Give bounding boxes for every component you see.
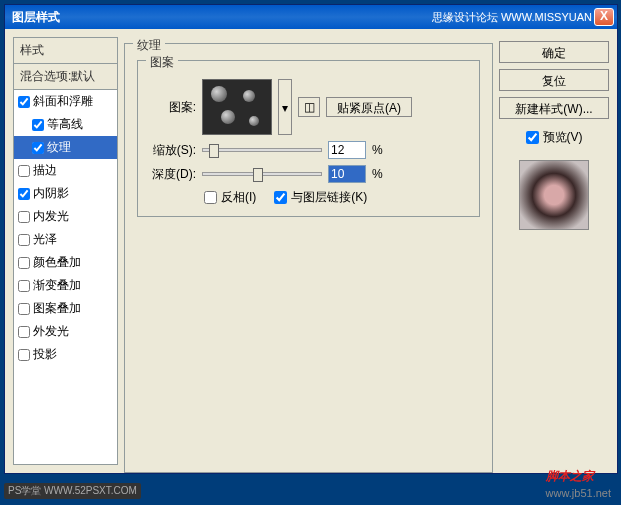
styles-header[interactable]: 样式 [14, 38, 117, 64]
pattern-label: 图案: [148, 99, 196, 116]
preview-thumbnail [519, 160, 589, 230]
invert-checkbox[interactable] [204, 191, 217, 204]
preview-checkbox[interactable] [526, 131, 539, 144]
style-label: 内阴影 [33, 185, 69, 202]
sub-title: 图案 [146, 54, 178, 71]
style-checkbox[interactable] [18, 188, 30, 200]
style-item-3[interactable]: 描边 [14, 159, 117, 182]
style-checkbox[interactable] [18, 234, 30, 246]
ok-button[interactable]: 确定 [499, 41, 609, 63]
layer-style-dialog: 图层样式 思缘设计论坛 WWW.MISSYUAN X 样式 混合选项:默认 斜面… [4, 4, 618, 474]
styles-list: 样式 混合选项:默认 斜面和浮雕等高线纹理描边内阴影内发光光泽颜色叠加渐变叠加图… [13, 37, 118, 465]
style-item-9[interactable]: 图案叠加 [14, 297, 117, 320]
style-label: 描边 [33, 162, 57, 179]
watermark: 脚本之家 www.jb51.net [546, 455, 611, 499]
style-checkbox[interactable] [18, 165, 30, 177]
style-label: 颜色叠加 [33, 254, 81, 271]
snap-origin-button[interactable]: 贴紧原点(A) [326, 97, 412, 117]
style-label: 斜面和浮雕 [33, 93, 93, 110]
link-label: 与图层链接(K) [291, 189, 367, 206]
style-checkbox[interactable] [18, 96, 30, 108]
blend-options[interactable]: 混合选项:默认 [14, 64, 117, 90]
style-item-8[interactable]: 渐变叠加 [14, 274, 117, 297]
style-item-5[interactable]: 内发光 [14, 205, 117, 228]
depth-unit: % [372, 167, 383, 181]
style-item-2[interactable]: 纹理 [14, 136, 117, 159]
style-item-10[interactable]: 外发光 [14, 320, 117, 343]
pattern-dropdown[interactable]: ▾ [278, 79, 292, 135]
style-checkbox[interactable] [18, 303, 30, 315]
watermark-sub: www.jb51.net [546, 487, 611, 499]
close-button[interactable]: X [594, 8, 614, 26]
window-title: 图层样式 [8, 9, 60, 26]
settings-panel: 纹理 图案 图案: ▾ ◫ 贴紧原点(A) [124, 37, 493, 465]
group-title: 纹理 [133, 37, 165, 54]
style-checkbox[interactable] [32, 142, 44, 154]
source-tag: PS学堂 WWW.52PSXT.COM [4, 483, 141, 499]
style-item-7[interactable]: 颜色叠加 [14, 251, 117, 274]
style-label: 渐变叠加 [33, 277, 81, 294]
scale-slider[interactable] [202, 148, 322, 152]
depth-input[interactable] [328, 165, 366, 183]
depth-slider[interactable] [202, 172, 322, 176]
style-checkbox[interactable] [18, 326, 30, 338]
style-label: 图案叠加 [33, 300, 81, 317]
style-checkbox[interactable] [18, 211, 30, 223]
style-item-6[interactable]: 光泽 [14, 228, 117, 251]
reset-button[interactable]: 复位 [499, 69, 609, 91]
style-label: 纹理 [47, 139, 71, 156]
style-label: 外发光 [33, 323, 69, 340]
style-item-0[interactable]: 斜面和浮雕 [14, 90, 117, 113]
brand-text: 思缘设计论坛 WWW.MISSYUAN [432, 10, 592, 25]
new-pattern-icon[interactable]: ◫ [298, 97, 320, 117]
titlebar: 图层样式 思缘设计论坛 WWW.MISSYUAN X [5, 5, 617, 29]
pattern-thumbnail[interactable] [202, 79, 272, 135]
style-checkbox[interactable] [18, 280, 30, 292]
preview-label: 预览(V) [543, 129, 583, 146]
scale-input[interactable] [328, 141, 366, 159]
style-item-11[interactable]: 投影 [14, 343, 117, 366]
new-style-button[interactable]: 新建样式(W)... [499, 97, 609, 119]
style-label: 投影 [33, 346, 57, 363]
style-label: 等高线 [47, 116, 83, 133]
style-item-4[interactable]: 内阴影 [14, 182, 117, 205]
depth-label: 深度(D): [148, 166, 196, 183]
watermark-main: 脚本之家 [546, 469, 594, 483]
style-label: 内发光 [33, 208, 69, 225]
style-checkbox[interactable] [18, 349, 30, 361]
scale-label: 缩放(S): [148, 142, 196, 159]
style-checkbox[interactable] [18, 257, 30, 269]
scale-unit: % [372, 143, 383, 157]
style-checkbox[interactable] [32, 119, 44, 131]
invert-label: 反相(I) [221, 189, 256, 206]
style-label: 光泽 [33, 231, 57, 248]
link-checkbox[interactable] [274, 191, 287, 204]
action-panel: 确定 复位 新建样式(W)... 预览(V) [499, 37, 609, 465]
style-item-1[interactable]: 等高线 [14, 113, 117, 136]
